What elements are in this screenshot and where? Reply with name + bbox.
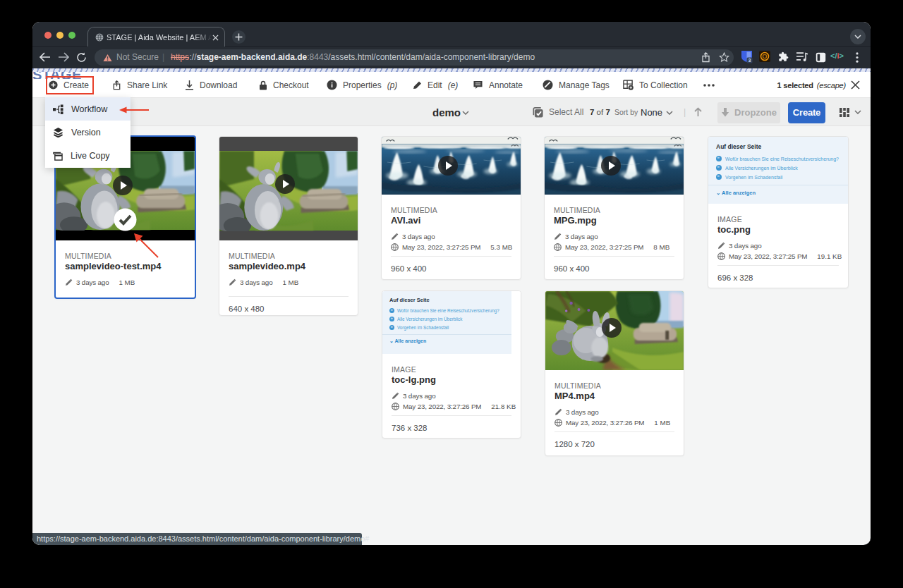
svg-text:3: 3: [749, 58, 751, 63]
